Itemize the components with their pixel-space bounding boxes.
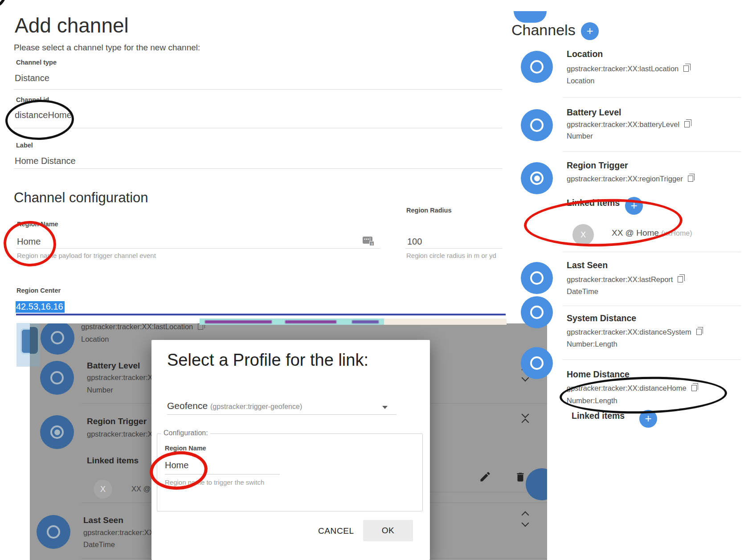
channel-title: Location	[567, 49, 603, 59]
channel-configuration-title: Channel configuration	[14, 190, 148, 206]
copy-icon[interactable]	[688, 176, 693, 182]
dimmed-channel-icon	[41, 323, 74, 355]
state-channel-icon	[521, 296, 553, 328]
panel-divider	[563, 306, 741, 306]
selection-artifact	[384, 319, 507, 325]
region-radius-helper: Region circle radius in m or yd	[406, 252, 496, 259]
field-underline	[405, 248, 502, 249]
select-underline	[167, 414, 397, 415]
channel-title: Region Trigger	[567, 160, 628, 171]
field-underline	[16, 248, 380, 249]
panel-divider	[563, 360, 741, 360]
channel-uid: gpstracker:tracker:XX:lastLocation	[567, 65, 689, 73]
dimmed-linked-items-label: Linked items	[87, 456, 139, 466]
channel-title: Battery Level	[567, 107, 621, 118]
label-label: Label	[16, 142, 33, 149]
channels-title: Channels	[511, 21, 576, 39]
dimmed-channel-uid: gpstracker:tracker:XX:lastLocation	[81, 323, 203, 331]
profile-select[interactable]: Geofence (gpstracker:trigger-geofence)	[167, 401, 302, 411]
dimmed-linked-item-avatar: X	[94, 480, 112, 499]
dimmed-channel-type: Location	[81, 335, 109, 343]
field-underline	[14, 89, 502, 90]
add-channel-button[interactable]: +	[581, 22, 599, 40]
copy-icon[interactable]	[683, 65, 689, 72]
annotation-ellipse-channel-id	[4, 98, 74, 141]
dimmed-channel-icon	[40, 415, 74, 449]
selection-artifact	[205, 320, 272, 323]
state-channel-icon	[521, 347, 553, 379]
channels-panel: Channels + Location gpstracker:tracker:X…	[511, 0, 744, 560]
region-center-label: Region Center	[16, 287, 61, 294]
state-channel-icon	[521, 109, 553, 141]
region-radius-field[interactable]: 100	[407, 237, 422, 247]
dialog-region-name-label: Region Name	[165, 445, 206, 452]
field-underline	[14, 128, 502, 128]
focused-field-underline	[16, 314, 506, 315]
channel-title: System Distance	[567, 313, 636, 323]
label-field[interactable]: Home Distance	[15, 156, 76, 166]
map-button-fragment	[20, 328, 30, 354]
dimmed-channel-title: Region Trigger	[87, 417, 147, 426]
cancel-button[interactable]: CANCEL	[308, 522, 364, 540]
dimmed-channel-title: Last Seen	[83, 515, 123, 525]
dimmed-channel-icon	[37, 515, 70, 549]
dimmed-channel-type: DateTime	[83, 540, 115, 549]
panel-divider	[563, 252, 741, 252]
edit-pencil-icon[interactable]	[479, 470, 491, 483]
dimmed-map-button-fragment	[30, 327, 38, 354]
channel-uid: gpstracker:tracker:XX:lastReport	[567, 275, 683, 284]
selection-artifact	[285, 320, 336, 323]
chevron-down-icon[interactable]	[382, 406, 388, 409]
dimmed-channel-type: Number	[87, 386, 113, 394]
numeric-keypad-icon[interactable]: •••|3	[363, 237, 372, 244]
profile-dialog: Select a Profile for the link: Geofence …	[151, 340, 430, 560]
channel-uid: gpstracker:tracker:XX:batteryLevel	[567, 120, 690, 129]
channel-type: Number:Length	[567, 340, 617, 348]
selection-artifact	[352, 320, 379, 323]
copy-icon[interactable]	[696, 329, 702, 335]
trigger-channel-icon	[521, 162, 553, 194]
region-center-field[interactable]: 42.53,16.16	[16, 301, 65, 313]
dialog-title: Select a Profile for the link:	[167, 351, 368, 370]
panel-divider	[563, 151, 741, 152]
region-radius-label: Region Radius	[406, 207, 452, 214]
panel-divider	[563, 97, 741, 98]
channel-uid: gpstracker:tracker:XX:regionTrigger	[567, 175, 693, 183]
channel-type: DateTime	[567, 287, 598, 296]
field-underline	[14, 168, 502, 169]
channel-type-field[interactable]: Distance	[15, 73, 49, 83]
state-channel-icon	[521, 262, 553, 294]
copy-icon[interactable]	[684, 121, 690, 127]
channel-type-label: Channel type	[16, 59, 57, 66]
dimmed-channel-title: Battery Level	[87, 361, 140, 371]
annotation-fragment	[0, 0, 6, 8]
ok-button[interactable]: OK	[363, 520, 413, 541]
configuration-legend: Configuration:	[161, 429, 210, 437]
channel-type: Location	[567, 77, 594, 85]
form-intro: Please select a channel type for the new…	[14, 43, 200, 53]
channel-type: Number	[567, 132, 593, 140]
dimmed-channel-icon	[40, 361, 74, 395]
page-title: Add channel	[15, 13, 129, 37]
channel-uid: gpstracker:tracker:XX:distanceSystem	[567, 328, 702, 336]
state-channel-icon	[521, 51, 553, 83]
profile-uid: (gpstracker:trigger-geofence)	[210, 403, 302, 410]
channel-title: Last Seen	[567, 260, 608, 270]
copy-icon[interactable]	[678, 276, 683, 282]
